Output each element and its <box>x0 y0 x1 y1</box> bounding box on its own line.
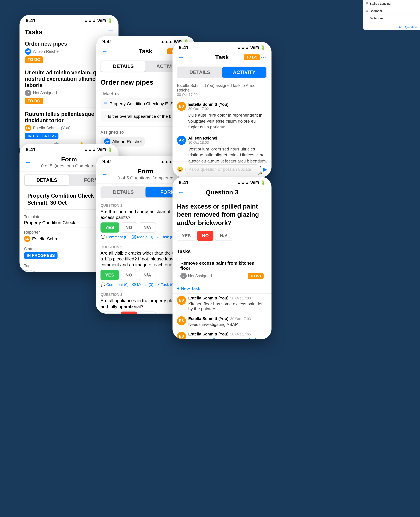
q1-comment[interactable]: 💬 Comment (0) <box>100 235 128 240</box>
task-card-badge-6: TO DO <box>248 273 264 279</box>
status-icons-1: ▲▲▲ WiFi 🔋 <box>84 18 112 23</box>
comment-input-row: 😊 Ask a question or post an update ▶ <box>172 162 271 177</box>
badge-2: TO DO <box>25 98 43 105</box>
tasks-title: Tasks <box>25 29 42 36</box>
activity-time-2: 30 Oct 18:03 <box>188 141 217 145</box>
q6-comment-avatar-2: ES <box>177 316 186 325</box>
reporter-value: Estella Schmitt <box>32 236 62 241</box>
task-detail-title: Task <box>139 48 153 55</box>
tab-details-5[interactable]: DETAILS <box>178 67 222 78</box>
status-icons-6: ▲▲▲ WiFi 🔋 <box>237 180 265 185</box>
q6-comment-avatar-1: ES <box>177 296 186 305</box>
q-detail-header: ← Question 3 <box>172 187 271 199</box>
task-card-meta-6: ? Not Assigned TO DO <box>180 273 264 279</box>
q2-comment[interactable]: 💬 Comment (0) <box>100 282 128 287</box>
q6-comment-text-2: Needs investigating ASAP. <box>188 322 267 327</box>
q6-comment-avatar-3: ES <box>177 332 186 339</box>
time-1: 9:41 <box>26 18 36 23</box>
tab-details-2[interactable]: DETAILS <box>101 61 146 72</box>
back-button-6[interactable]: ← <box>178 189 184 196</box>
time-3: 9:41 <box>26 147 36 153</box>
filter-icon[interactable]: ☰ <box>108 29 113 36</box>
activity-author-2: Allison Reichel <box>188 136 217 141</box>
time-5: 9:41 <box>179 45 189 51</box>
q1-na[interactable]: N/A <box>139 223 156 233</box>
phone-activity: 9:41 ▲▲▲ WiFi 🔋 ← Task TO DO ··· DETAILS… <box>172 42 271 177</box>
q2-media[interactable]: 🖼 Media (0) <box>132 282 153 287</box>
q6-comment-text-1: Kitchen floor has some excess paint left… <box>188 301 267 311</box>
status-bar-5: 9:41 ▲▲▲ WiFi 🔋 <box>172 42 271 52</box>
q1-media[interactable]: 🖼 Media (0) <box>132 235 153 240</box>
tab-activity-5[interactable]: ACTIVITY <box>222 67 266 78</box>
q1-task[interactable]: ✓ Task (0) <box>157 235 175 240</box>
q2-task[interactable]: ✓ Task (0) <box>157 282 175 287</box>
q6-comment-2: ES Estella Schmitt (You) 30 Oct 17:03 Ne… <box>172 316 271 329</box>
form-q-subtitle: 0 of 5 Questions Completed <box>118 175 173 181</box>
q6-comment-3: ES Estella Schmitt (You) 30 Oct 17:65 cr… <box>172 332 271 339</box>
panel-item-bathroom[interactable]: ⠿ Bathroom <box>363 15 420 22</box>
signal-icon-3: ▲▲▲ <box>84 147 96 152</box>
tab-details-3[interactable]: DETAILS <box>25 175 69 185</box>
task-card-6[interactable]: Remove excess paint from kitchen floor ?… <box>177 258 267 282</box>
q3-yes[interactable]: YES <box>100 312 119 314</box>
activity-time-1: 30 Oct 17:02 <box>188 107 228 111</box>
battery-icon-6: 🔋 <box>260 180 265 185</box>
signal-icon-2: ▲▲▲ <box>160 39 172 44</box>
activity-header-1: ES Estella Schmitt (You) 30 Oct 17:02 <box>177 102 267 111</box>
q6-na[interactable]: N/A <box>215 231 232 241</box>
q6-no[interactable]: NO <box>197 231 213 241</box>
tasks-section-label-6: Tasks <box>172 246 271 256</box>
system-message: Estella Schmitt (You) assigned task to A… <box>172 81 271 99</box>
more-button-5[interactable]: ··· <box>261 54 266 61</box>
q6-comment-link[interactable]: Remove excess paint from kitchen floor <box>188 337 263 339</box>
question3-text: Has excess or spilled paint been removed… <box>172 199 271 231</box>
panel-item-label: Bedroom <box>370 9 382 13</box>
q3-na[interactable]: N/A <box>139 312 156 314</box>
activity-avatar-1: ES <box>177 102 186 111</box>
q3-no[interactable]: NO <box>121 312 137 314</box>
q2-no[interactable]: NO <box>121 270 137 280</box>
q6-comment-time-1: 30 Oct 17:03 <box>230 296 251 300</box>
panel-item-stairs[interactable]: ⠿ Stairs / Landing <box>363 0 420 7</box>
panel-item-label: Stairs / Landing <box>370 2 390 5</box>
form-q-title: Form <box>118 168 173 175</box>
add-question-button[interactable]: Add Question <box>399 25 417 29</box>
q1-no[interactable]: NO <box>121 223 137 233</box>
add-task-button[interactable]: + New Task <box>172 284 271 293</box>
q6-comment-author-3: Estella Schmitt (You) <box>188 332 228 337</box>
time-6: 9:41 <box>179 180 189 186</box>
q6-comment-text-3: created task Remove excess paint from ki… <box>188 337 267 339</box>
back-button-5[interactable]: ← <box>178 54 184 61</box>
form-title-header: Form <box>41 156 97 163</box>
back-button-2[interactable]: ← <box>101 48 108 55</box>
signal-icon-4: ▲▲▲ <box>160 159 172 164</box>
tab-details-4[interactable]: DETAILS <box>101 187 146 197</box>
time-2: 9:41 <box>102 39 112 45</box>
badge-3: IN PROGRESS <box>25 133 59 140</box>
activity-item-1: ES Estella Schmitt (You) 30 Oct 17:02 Du… <box>172 99 271 133</box>
system-msg-time: 30 Oct 17:00 <box>177 93 267 97</box>
activity-title: Task <box>215 54 229 61</box>
q2-yes[interactable]: YES <box>100 270 119 280</box>
assignee-avatar: AR <box>104 138 110 145</box>
wifi-icon-6: WiFi <box>250 180 259 185</box>
status-badge-3: IN PROGRESS <box>24 252 58 259</box>
q6-comment-time-3: 30 Oct 17:65 <box>230 332 251 336</box>
comment-input[interactable]: Ask a question or post an update <box>185 165 261 174</box>
panel-item-bedroom[interactable]: ⠿ Bedroom <box>363 7 420 15</box>
activity-author-1: Estella Schmitt (You) <box>188 102 228 107</box>
send-icon[interactable]: ▶ <box>263 166 267 172</box>
q1-yes[interactable]: YES <box>100 223 119 233</box>
q-detail-title: Question 3 <box>206 189 238 196</box>
signal-icon-5: ▲▲▲ <box>237 45 249 50</box>
back-button-3[interactable]: ← <box>25 159 31 166</box>
q6-yes[interactable]: YES <box>177 231 195 241</box>
back-button-4[interactable]: ← <box>101 171 108 178</box>
q6-comments: ES Estella Schmitt (You) 30 Oct 17:03 Ki… <box>172 293 271 339</box>
q2-na[interactable]: N/A <box>139 270 156 280</box>
form-subtitle: 0 of 5 Questions Completed <box>41 163 97 169</box>
q6-comment-1: ES Estella Schmitt (You) 30 Oct 17:03 Ki… <box>172 294 271 314</box>
status-icons-3: ▲▲▲ WiFi 🔋 <box>84 147 112 152</box>
comment-placeholder: Ask a question or post an update <box>189 167 251 172</box>
activity-header: ← Task TO DO ··· <box>172 52 271 64</box>
